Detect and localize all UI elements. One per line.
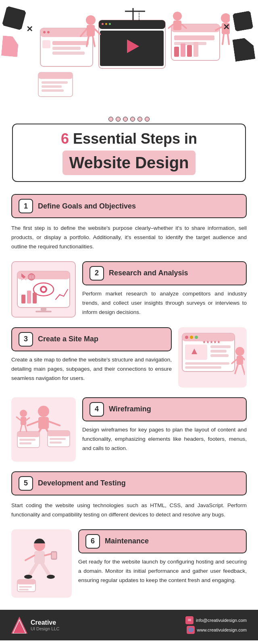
svg-rect-73 xyxy=(185,362,229,365)
step4-heading: 4 Wireframing xyxy=(82,397,247,421)
footer-brand-sub: UI Design LLC xyxy=(31,626,60,631)
svg-line-104 xyxy=(42,564,50,576)
svg-rect-21 xyxy=(187,45,192,57)
step2-heading: 2 Research and Analysis xyxy=(82,261,247,285)
svg-rect-54 xyxy=(33,293,37,303)
step6-text-area: 6 Maintenance Get ready for the website … xyxy=(78,529,247,585)
svg-rect-43 xyxy=(38,72,73,79)
step1-description: The first step is to define the website'… xyxy=(11,224,247,252)
svg-rect-76 xyxy=(237,356,243,365)
svg-rect-19 xyxy=(174,47,179,57)
step4-description: Design wireframes for key pages to plan … xyxy=(82,425,247,453)
svg-rect-113 xyxy=(19,586,32,588)
step3-number: 3 xyxy=(19,332,33,347)
corner-decoration-tr xyxy=(232,10,253,31)
step2-number: 2 xyxy=(89,266,104,281)
title-section: 6 Essential Steps in Website Design xyxy=(0,124,258,190)
svg-rect-90 xyxy=(19,442,31,444)
step5-description: Start coding the website using technolog… xyxy=(11,501,247,520)
corner-decoration-br xyxy=(232,37,255,62)
svg-rect-93 xyxy=(50,438,66,440)
plus-decoration-2: ✕ xyxy=(223,22,230,32)
dot-2 xyxy=(116,117,121,122)
svg-point-66 xyxy=(195,336,198,339)
svg-rect-92 xyxy=(48,431,70,436)
footer-website-text: www.creativuidesign.com xyxy=(197,627,247,632)
svg-rect-110 xyxy=(52,553,56,558)
svg-rect-10 xyxy=(102,23,104,25)
step4-number: 4 xyxy=(89,402,104,417)
step2-illustration xyxy=(11,261,76,318)
svg-point-81 xyxy=(38,406,49,417)
step2-title: Research and Analysis xyxy=(109,269,188,277)
svg-rect-89 xyxy=(19,439,35,441)
svg-rect-36 xyxy=(173,21,181,30)
footer-email: ✉ info@creativuidesign.com xyxy=(185,616,247,624)
step6-heading: 6 Maintenance xyxy=(78,529,247,553)
footer-email-text: info@creativuidesign.com xyxy=(196,618,247,623)
svg-rect-70 xyxy=(210,345,231,348)
dot-5 xyxy=(137,117,142,122)
svg-line-107 xyxy=(25,555,34,560)
step6-number: 6 xyxy=(85,534,100,549)
title-box: 6 Essential Steps in Website Design xyxy=(12,124,246,182)
svg-line-79 xyxy=(235,365,238,374)
step4-title: Wireframing xyxy=(109,405,151,413)
svg-point-35 xyxy=(173,12,182,21)
svg-rect-44 xyxy=(42,81,68,84)
svg-line-34 xyxy=(228,34,229,44)
header-svg-illustration xyxy=(28,8,230,105)
svg-rect-5 xyxy=(52,47,81,50)
step5-heading: 5 Development and Testing xyxy=(11,471,247,495)
svg-rect-102 xyxy=(34,551,45,564)
svg-rect-112 xyxy=(17,580,35,584)
svg-rect-4 xyxy=(52,41,89,45)
website-icon: 🌐 xyxy=(187,626,195,634)
svg-rect-52 xyxy=(21,295,25,303)
step3-description: Create a site map to define the website'… xyxy=(11,355,172,383)
step5-number: 5 xyxy=(19,476,33,491)
svg-point-23 xyxy=(86,15,96,25)
step3-heading: 3 Create a Site Map xyxy=(11,327,172,351)
header-illustration: ✕ ✕ xyxy=(0,0,258,113)
email-icon: ✉ xyxy=(185,616,194,624)
title-line2: Website Design xyxy=(69,154,189,171)
step5-section: 5 Development and Testing Start coding t… xyxy=(11,471,247,520)
svg-line-100 xyxy=(25,425,27,431)
svg-rect-96 xyxy=(21,417,26,425)
svg-point-64 xyxy=(185,336,188,339)
svg-line-99 xyxy=(20,425,22,431)
svg-text:★★★★★: ★★★★★ xyxy=(202,340,221,344)
footer-contact: ✉ info@creativuidesign.com 🌐 www.creativ… xyxy=(185,616,247,634)
svg-rect-9 xyxy=(99,20,165,29)
svg-point-51 xyxy=(42,287,46,291)
step6-description: Get ready for the website launch by conf… xyxy=(78,557,247,585)
svg-line-33 xyxy=(223,34,224,44)
svg-rect-88 xyxy=(17,431,40,437)
footer-brand-text: Creative UI Design LLC xyxy=(31,619,60,631)
logo-icon xyxy=(11,617,27,634)
dot-4 xyxy=(130,117,135,122)
svg-rect-46 xyxy=(42,89,64,92)
step6-svg xyxy=(13,531,70,596)
svg-point-106 xyxy=(47,575,55,579)
svg-rect-61 xyxy=(35,311,52,312)
step6-title: Maintenance xyxy=(105,537,149,545)
svg-point-105 xyxy=(24,575,32,579)
svg-rect-2 xyxy=(43,31,46,33)
footer-brand-name: Creative xyxy=(31,619,56,626)
title-highlight-box: Website Design xyxy=(62,151,195,175)
svg-rect-82 xyxy=(38,417,49,429)
corner-decoration-bl xyxy=(1,35,19,57)
step6-section: 6 Maintenance Get ready for the website … xyxy=(11,529,247,598)
svg-line-83 xyxy=(27,421,38,425)
step2-description: Perform market research to analyze compe… xyxy=(82,289,247,317)
step4-svg xyxy=(13,399,74,460)
svg-rect-94 xyxy=(50,442,62,444)
svg-rect-6 xyxy=(52,52,85,55)
title-line1: 6 Essential Steps in xyxy=(21,130,237,147)
step1-heading: 1 Define Goals and Objectives xyxy=(11,194,247,218)
svg-rect-45 xyxy=(42,85,62,88)
svg-rect-74 xyxy=(185,366,221,369)
svg-line-84 xyxy=(49,421,60,425)
